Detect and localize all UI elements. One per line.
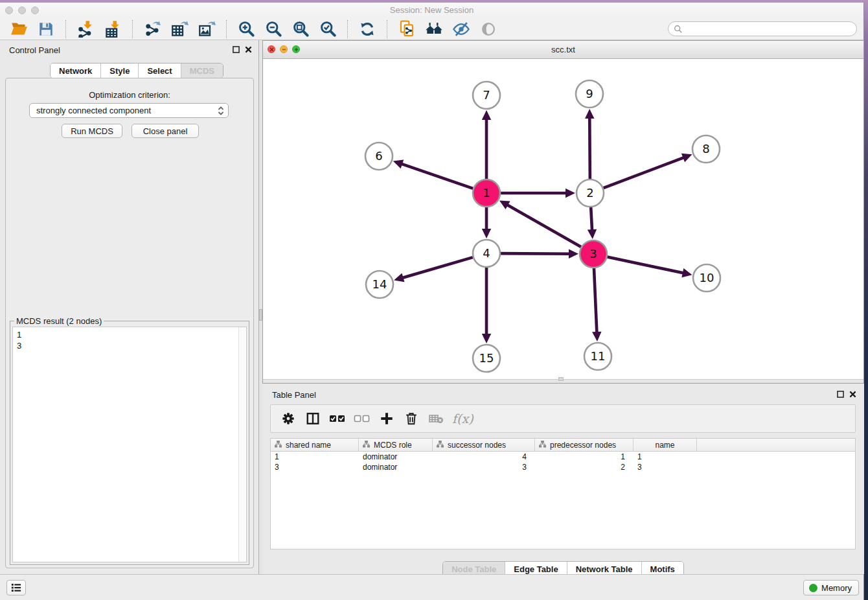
criterion-select[interactable]: strongly connected component [29,103,229,118]
hide-selected-eye-icon[interactable] [451,19,472,40]
run-mcds-button[interactable]: Run MCDS [62,124,122,138]
zoom-in-icon[interactable] [236,19,257,40]
home-icon[interactable] [424,19,444,40]
column-header-shared-name[interactable]: shared name [271,439,359,451]
tab-mcds[interactable]: MCDS [181,63,223,78]
apply-function-icon[interactable]: f(x) [452,411,474,426]
table-panel: Table Panel [262,384,864,574]
task-history-button[interactable] [6,580,26,595]
graph-edge-3-1[interactable] [499,200,581,247]
open-file-icon[interactable] [8,19,29,40]
graph-edge-2-8[interactable] [604,154,692,188]
memory-button[interactable]: Memory [803,580,859,595]
graph-edge-4-14[interactable] [394,257,473,282]
graph-edge-3-11[interactable] [592,268,601,341]
graph-edge-4-3[interactable] [501,249,578,259]
graph-node-14[interactable]: 14 [366,271,393,298]
svg-text:3: 3 [589,247,597,260]
table-cell[interactable]: dominator [359,452,433,462]
add-column-plus-icon[interactable] [377,409,396,428]
column-type-icon [539,441,546,450]
column-header-name[interactable]: name [634,439,697,451]
search-input[interactable] [686,23,851,34]
network-canvas[interactable]: 7968124314101511 [263,59,863,379]
close-panel-icon[interactable] [245,46,252,53]
delete-table-icon[interactable] [426,409,446,428]
table-cell[interactable]: 4 [433,452,535,462]
close-panel-button[interactable]: Close panel [131,124,199,138]
zoom-selected-icon[interactable] [317,19,338,40]
node-table[interactable]: shared nameMCDS rolesuccessor nodesprede… [270,438,856,549]
graph-node-4[interactable]: 4 [473,240,500,267]
table-cell[interactable]: 2 [535,462,634,472]
column-type-icon [275,441,282,450]
import-table-icon[interactable] [102,19,123,40]
graph-node-10[interactable]: 10 [693,264,720,292]
graph-edge-1-2[interactable] [501,189,575,198]
graph-edge-2-9[interactable] [585,109,594,179]
main-titlebar: Session: New Session [0,3,863,19]
result-scrollbar[interactable] [238,327,246,562]
graph-node-1[interactable]: 1 [473,179,500,207]
table-settings-gear-icon[interactable] [279,409,298,428]
graph-edge-1-7[interactable] [482,110,491,179]
column-header-predecessor-nodes[interactable]: predecessor nodes [535,439,634,451]
column-header-successor-nodes[interactable]: successor nodes [433,439,535,451]
graph-node-3[interactable]: 3 [580,240,607,268]
tab-network[interactable]: Network [51,63,101,78]
graph-node-8[interactable]: 8 [692,135,720,163]
table-row[interactable]: 1dominator411 [271,452,855,462]
refresh-icon[interactable] [357,19,378,40]
graph-node-2[interactable]: 2 [577,179,604,207]
copy-network-icon[interactable] [396,19,417,40]
tab-style[interactable]: Style [101,63,139,78]
graph-node-6[interactable]: 6 [365,143,393,170]
select-stepper-icon [217,105,225,117]
import-network-icon[interactable] [75,19,96,40]
table-cell[interactable]: dominator [359,462,433,472]
mcds-result-group: MCDS result (2 nodes) 1 3 [10,321,249,565]
graph-node-11[interactable]: 11 [584,343,611,370]
graph-edge-4-15[interactable] [482,268,491,343]
graph-edge-3-10[interactable] [608,257,692,278]
save-session-icon[interactable] [36,19,56,40]
graph-edge-2-3[interactable] [588,207,597,239]
network-resize-grip[interactable] [558,377,564,381]
export-table-icon[interactable] [169,19,190,40]
export-image-icon[interactable] [196,19,217,40]
zoom-fit-icon[interactable] [290,19,311,40]
float-panel-icon[interactable] [233,46,240,53]
optimization-criterion-label: Optimization criterion: [6,90,253,100]
table-cell[interactable]: 1 [634,452,697,462]
column-layout-icon[interactable] [303,409,323,428]
column-header-mcds-role[interactable]: MCDS role [359,439,433,451]
graph-edge-1-6[interactable] [393,160,473,189]
table-cell[interactable]: 1 [535,452,634,462]
graph-node-15[interactable]: 15 [473,345,500,372]
main-toolbar [0,18,863,40]
table-cell[interactable]: 3 [433,462,535,472]
tab-select[interactable]: Select [139,63,181,78]
svg-text:11: 11 [591,349,606,363]
export-network-icon[interactable] [142,19,163,40]
search-box [668,21,857,36]
table-cell[interactable]: 1 [271,452,359,462]
memory-status-dot [809,584,817,592]
table-cell[interactable]: 3 [271,462,359,472]
show-all-eye-icon[interactable] [478,19,499,40]
select-all-checkboxes-icon[interactable] [328,409,347,428]
mcds-result-text[interactable]: 1 3 [12,327,247,562]
graph-node-7[interactable]: 7 [473,82,500,109]
list-icon [10,583,22,593]
svg-text:2: 2 [586,186,593,200]
toolbar-separator [132,20,133,38]
graph-edge-1-4[interactable] [482,207,491,238]
deselect-all-checkboxes-icon[interactable] [352,409,372,428]
close-panel-icon[interactable] [849,391,856,398]
graph-node-9[interactable]: 9 [576,80,603,108]
delete-column-trash-icon[interactable] [402,409,421,428]
table-row[interactable]: 3dominator323 [271,462,855,472]
table-cell[interactable]: 3 [634,462,697,472]
zoom-out-icon[interactable] [263,19,284,40]
float-panel-icon[interactable] [837,391,844,398]
